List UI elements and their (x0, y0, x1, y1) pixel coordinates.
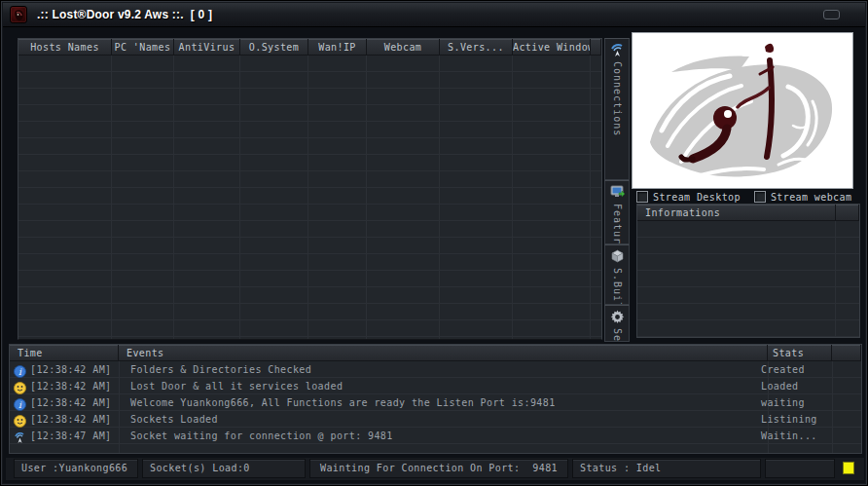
window-title: .:: Lost®Door v9.2 Aws ::. [ 0 ] (37, 8, 212, 21)
connection-indicator (843, 462, 854, 474)
col-wanip[interactable]: Wan!IP (308, 39, 367, 56)
informations-header: Informations (637, 205, 859, 221)
tab-features[interactable]: Features (604, 180, 630, 244)
side-tabstrip: Connections Features S.Buil (604, 38, 630, 342)
informations-table: Informations (636, 204, 860, 338)
app-window: .:: Lost®Door v9.2 Aws ::. [ 0 ] Hosts N… (0, 0, 868, 486)
status-empty-segment (765, 459, 835, 478)
smiley-icon (14, 380, 26, 393)
col-events[interactable]: Events (119, 345, 768, 361)
stream-desktop-checkbox[interactable] (636, 191, 648, 203)
log-row[interactable]: [12:38:47 AM] Socket waiting for connect… (10, 428, 861, 444)
log-event: Sockets Loaded (119, 411, 757, 428)
log-row[interactable]: [12:38:42 AM] Lost Door & all it service… (10, 378, 861, 394)
info-icon: i (14, 396, 26, 409)
log-header: Time Events Stats (10, 345, 861, 361)
tab-connections[interactable]: Connections (604, 38, 630, 180)
col-active-window[interactable]: Active Window (513, 39, 591, 56)
stream-desktop-label: Stream Desktop (653, 189, 741, 206)
monitor-icon (609, 184, 626, 201)
tab-features-label: Features (612, 204, 623, 244)
stream-desktop-option[interactable]: Stream Desktop (636, 189, 741, 206)
stream-webcam-label: Stream webcam (771, 189, 851, 206)
gear-icon (609, 309, 626, 325)
log-body: i [12:38:42 AM] Folders & Directories Ch… (10, 361, 861, 453)
col-hosts-names[interactable]: Hosts Names (18, 39, 112, 56)
status-state: Status : Idel (572, 459, 761, 478)
title-bar: .:: Lost®Door v9.2 Aws ::. [ 0 ] (3, 3, 865, 27)
col-info-filler (836, 205, 859, 221)
lostdoor-face-icon (10, 6, 27, 23)
col-stats[interactable]: Stats (768, 345, 832, 361)
tab-settings-label: Settings (612, 328, 623, 342)
log-row[interactable]: i [12:38:42 AM] Welcome Yuankong666, All… (10, 394, 861, 411)
log-time: [12:38:42 AM] (30, 378, 119, 394)
status-bar: User :Yuankong666 Socket(s) Load:0 Waint… (6, 458, 864, 480)
log-stat: Listining (757, 411, 821, 428)
log-event: Lost Door & all it services loaded (119, 378, 757, 394)
stream-options: Stream Desktop Stream webcam (636, 190, 862, 204)
status-user: User :Yuankong666 (14, 459, 138, 478)
log-time: [12:38:47 AM] (30, 428, 119, 444)
antenna-icon (609, 42, 626, 58)
col-filler (591, 39, 601, 56)
log-time: [12:38:42 AM] (30, 361, 119, 378)
col-pc-names[interactable]: PC 'Names (112, 39, 174, 56)
hosts-table-header: Hosts Names PC 'Names AntiVirus O.System… (18, 39, 601, 56)
log-row[interactable]: [12:38:42 AM] Sockets Loaded Listining (10, 411, 861, 428)
hosts-table-body[interactable] (18, 56, 601, 339)
stream-webcam-checkbox[interactable] (754, 191, 766, 203)
log-stat: Created (757, 361, 821, 378)
status-waiting: Wainting For Connection On Port: 9481 (309, 459, 568, 478)
info-icon: i (14, 363, 26, 376)
tab-sbuilder[interactable]: S.Builder (604, 244, 630, 305)
col-os[interactable]: O.System (240, 39, 308, 56)
log-row[interactable]: i [12:38:42 AM] Folders & Directories Ch… (10, 361, 861, 378)
minimize-button[interactable] (823, 10, 840, 19)
logo-image (632, 32, 853, 189)
log-event: Welcome Yuankong666, All Functions are r… (119, 394, 757, 411)
col-webcam[interactable]: Webcam (367, 39, 440, 56)
tab-sbuilder-label: S.Builder (612, 268, 623, 305)
log-stat: Loaded (757, 378, 821, 394)
smiley-icon (14, 413, 26, 426)
event-log-table: Time Events Stats i [12:38:42 AM] Folder… (9, 344, 862, 454)
tab-connections-label: Connections (612, 61, 623, 136)
col-log-filler (832, 345, 861, 361)
hosts-table: Hosts Names PC 'Names AntiVirus O.System… (18, 38, 602, 340)
builder-icon (609, 248, 626, 265)
stream-webcam-option[interactable]: Stream webcam (754, 189, 851, 206)
log-stat: waiting (757, 394, 821, 411)
col-svers[interactable]: S.Vers... (440, 39, 513, 56)
col-antivirus[interactable]: AntiVirus (174, 39, 240, 56)
col-time[interactable]: Time (10, 345, 119, 361)
log-time: [12:38:42 AM] (30, 411, 119, 428)
log-time: [12:38:42 AM] (30, 394, 119, 411)
status-sockets: Socket(s) Load:0 (142, 459, 306, 478)
log-stat: Waitin... (757, 428, 821, 444)
log-event: Folders & Directories Checked (119, 361, 757, 378)
antenna-icon (14, 430, 26, 442)
log-event: Socket waiting for connection @ port: 94… (119, 428, 757, 444)
tab-settings[interactable]: Settings (604, 305, 630, 342)
informations-body[interactable] (637, 221, 859, 337)
col-informations[interactable]: Informations (637, 205, 836, 221)
